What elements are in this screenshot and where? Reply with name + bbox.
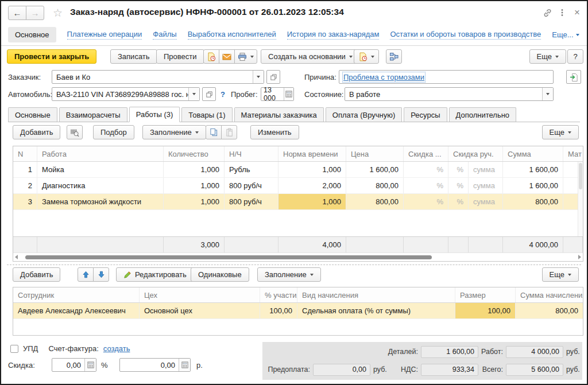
cell-sum[interactable]: 1 600,00 xyxy=(503,178,563,193)
post-and-close-button[interactable]: Провести и закрыть xyxy=(7,49,96,64)
commandbar-more-button[interactable]: Еще xyxy=(529,49,566,64)
tab-additional[interactable]: Дополнительно xyxy=(449,107,517,122)
cell-price[interactable]: 800,00 xyxy=(346,194,404,209)
cell-discount-manual-pct[interactable]: % xyxy=(448,162,469,177)
nav-link-performers-output[interactable]: Выработка исполнителей xyxy=(188,30,276,40)
cell-nh[interactable]: 800 руб/ч xyxy=(225,194,278,209)
discount-amount-field[interactable]: 0,00 xyxy=(119,358,191,372)
state-value[interactable]: В работе xyxy=(345,88,542,100)
cell-sum[interactable]: 800,00 xyxy=(503,194,563,209)
scroll-right-icon[interactable] xyxy=(578,255,581,259)
cell-time-norm[interactable]: 1,000 xyxy=(278,162,346,177)
scroll-left-icon[interactable] xyxy=(15,255,18,259)
cell-share[interactable]: 100,00 xyxy=(260,303,297,318)
employees-edit-button[interactable]: Редактировать xyxy=(116,267,194,282)
tab-main[interactable]: Основные xyxy=(8,107,57,122)
mileage-value[interactable]: 13 000 xyxy=(261,88,284,100)
employees-same-button[interactable]: Одинаковые xyxy=(191,267,249,282)
customer-open-button[interactable] xyxy=(266,70,280,84)
copy-rows-button[interactable] xyxy=(206,125,222,139)
state-dropdown-button[interactable] xyxy=(542,88,553,100)
cell-shop[interactable]: Основной цех xyxy=(140,303,260,318)
tab-payment[interactable]: Оплата (Вручную) xyxy=(326,107,402,122)
nav-item-main[interactable]: Основное xyxy=(8,27,56,42)
back-button[interactable]: ← xyxy=(8,6,26,20)
customer-combobox[interactable]: Баев и Ко xyxy=(52,70,264,84)
cell-qty[interactable]: 1,000 xyxy=(164,194,225,209)
employees-more-button[interactable]: Еще xyxy=(542,267,579,282)
col-header-share[interactable]: % участия xyxy=(260,287,297,302)
cell-discount-auto[interactable]: % xyxy=(404,194,448,209)
works-fill-button[interactable]: Заполнение xyxy=(142,125,206,139)
paste-rows-button[interactable] xyxy=(221,125,237,139)
mileage-field[interactable]: 13 000 xyxy=(261,87,294,101)
nav-link-files[interactable]: Файлы xyxy=(153,30,176,40)
cell-discount-manual-sum[interactable]: сумма xyxy=(469,194,503,209)
works-table-empty-area[interactable] xyxy=(13,210,583,236)
scrollbar-thumb[interactable] xyxy=(25,255,432,259)
reason-import-button[interactable] xyxy=(566,70,581,84)
works-more-button[interactable]: Еще xyxy=(542,125,579,139)
cell-discount-manual-pct[interactable]: % xyxy=(448,194,469,209)
col-header-discount-manual[interactable]: Скидка руч. xyxy=(448,146,503,161)
nav-link-order-history[interactable]: История по заказ-нарядам xyxy=(287,30,380,40)
car-help-icon[interactable]: ? xyxy=(220,90,225,99)
tab-customer-materials[interactable]: Материалы заказчика xyxy=(234,107,324,122)
barcode-scan-button[interactable] xyxy=(67,125,83,139)
cell-employee[interactable]: Авдеев Александр Алексеевич xyxy=(13,303,140,318)
col-header-nh[interactable]: Н/Ч xyxy=(225,146,278,161)
discount-percent-value[interactable]: 0,00 xyxy=(52,359,84,371)
cell-discount-auto[interactable]: % xyxy=(404,162,448,177)
employees-add-button[interactable]: Добавить xyxy=(13,267,60,282)
cell-qty[interactable]: 1,000 xyxy=(164,178,225,193)
cell-sum[interactable]: 1 600,00 xyxy=(503,162,563,177)
discount-percent-calculator-button[interactable] xyxy=(84,359,96,371)
nav-link-goods-balances[interactable]: Остатки и обороты товаров в производстве xyxy=(390,30,541,40)
works-row-1[interactable]: 1 Мойка 1,000 Рубль 1,000 1 600,00 % % с… xyxy=(13,162,583,178)
col-header-employee[interactable]: Сотрудник xyxy=(13,287,140,302)
works-add-button[interactable]: Добавить xyxy=(13,125,60,139)
works-row-2[interactable]: 2 Диагностика 1,000 800 руб/ч 2,000 800,… xyxy=(13,178,583,194)
cell-size-selected[interactable]: 100,00 xyxy=(455,303,516,318)
posting-mode-button[interactable] xyxy=(354,49,379,64)
cell-price[interactable]: 1 600,00 xyxy=(346,162,404,177)
forward-button[interactable]: → xyxy=(26,6,44,20)
works-horizontal-scrollbar[interactable] xyxy=(13,252,583,261)
favorite-star-icon[interactable]: ☆ xyxy=(53,6,63,20)
link-chain-icon[interactable] xyxy=(541,6,554,19)
col-header-sum[interactable]: Сумма xyxy=(503,146,563,161)
cell-time-norm[interactable]: 2,000 xyxy=(278,178,346,193)
discount-amount-calculator-button[interactable] xyxy=(179,359,190,371)
move-up-button[interactable] xyxy=(78,267,94,282)
cell-discount-manual-sum[interactable]: сумма xyxy=(469,162,503,177)
col-header-discount-auto[interactable]: Скидка ... xyxy=(404,146,448,161)
create-on-basis-button[interactable]: Создать на основании xyxy=(261,49,360,64)
works-edit-button[interactable]: Изменить xyxy=(250,125,299,139)
col-header-time-norm[interactable]: Норма времени xyxy=(278,146,346,161)
col-header-accrual-sum[interactable]: Сумма начисления xyxy=(516,287,583,302)
cell-n[interactable]: 3 xyxy=(13,194,37,209)
cell-discount-auto[interactable]: % xyxy=(404,178,448,193)
nav-link-payment-operations[interactable]: Платежные операции xyxy=(67,30,142,40)
cell-qty[interactable]: 1,000 xyxy=(164,162,225,177)
customer-value[interactable]: Баев и Ко xyxy=(52,71,253,83)
tab-resources[interactable]: Ресурсы xyxy=(404,107,447,122)
cell-time-norm-selected[interactable]: 1,000 xyxy=(278,194,346,209)
post-document-button[interactable] xyxy=(203,49,219,64)
nav-more-button[interactable]: Еще... xyxy=(552,30,579,39)
car-value[interactable]: ВАЗ-2110 VIN АТ3689299А89888 гос. н xyxy=(52,88,188,100)
reason-field[interactable]: Проблема с тормозами xyxy=(339,70,554,84)
cell-nh[interactable]: Рубль xyxy=(225,162,278,177)
close-icon[interactable]: × xyxy=(571,6,583,19)
col-header-shop[interactable]: Цех xyxy=(140,287,260,302)
col-header-size[interactable]: Размер xyxy=(455,287,516,302)
car-combobox[interactable]: ВАЗ-2110 VIN АТ3689299А89888 гос. н xyxy=(52,87,200,101)
tab-settlements[interactable]: Взаиморасчеты xyxy=(59,107,127,122)
employees-row-1-selected[interactable]: Авдеев Александр Алексеевич Основной цех… xyxy=(13,303,583,319)
write-button[interactable]: Записать xyxy=(110,49,157,64)
employees-table-empty-area[interactable] xyxy=(13,319,583,335)
discount-percent-field[interactable]: 0,00 xyxy=(52,358,96,372)
cell-n[interactable]: 2 xyxy=(13,178,37,193)
cell-price[interactable]: 800,00 xyxy=(346,178,404,193)
cell-work[interactable]: Мойка xyxy=(37,162,164,177)
